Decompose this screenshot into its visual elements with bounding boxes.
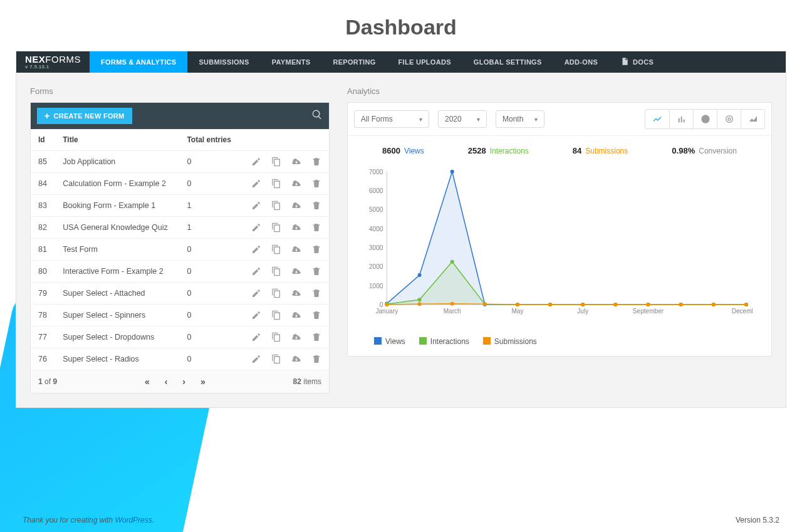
- chart-type-donut[interactable]: [717, 110, 741, 128]
- cell-id: 76: [31, 348, 55, 370]
- delete-icon[interactable]: [311, 266, 321, 276]
- delete-icon[interactable]: [311, 244, 321, 254]
- duplicate-icon[interactable]: [271, 222, 281, 232]
- filter-year-select[interactable]: 2020▾: [438, 110, 487, 128]
- table-row[interactable]: 81Test Form0: [31, 239, 329, 261]
- edit-icon[interactable]: [251, 354, 261, 364]
- duplicate-icon[interactable]: [271, 288, 281, 298]
- delete-icon[interactable]: [311, 179, 321, 189]
- duplicate-icon[interactable]: [271, 201, 281, 211]
- download-icon[interactable]: [291, 222, 301, 232]
- duplicate-icon[interactable]: [271, 332, 281, 342]
- download-icon[interactable]: [291, 157, 301, 167]
- svg-point-37: [450, 260, 454, 264]
- delete-icon[interactable]: [311, 354, 321, 364]
- download-icon[interactable]: [291, 288, 301, 298]
- svg-point-4: [728, 118, 731, 120]
- footer-version: Version 5.3.2: [736, 516, 779, 524]
- svg-text:1000: 1000: [369, 283, 383, 289]
- pager-next-icon[interactable]: ›: [182, 377, 185, 387]
- nav-addons[interactable]: ADD-ONS: [553, 51, 609, 73]
- svg-point-55: [646, 303, 650, 306]
- cell-id: 81: [31, 239, 55, 261]
- stat-interactions-value: 2528: [468, 146, 486, 155]
- delete-icon[interactable]: [311, 288, 321, 298]
- duplicate-icon[interactable]: [271, 266, 281, 276]
- chart-legend: Views Interactions Submissions: [348, 332, 771, 356]
- cell-title: Super Select - Spinners: [55, 305, 179, 326]
- nav-submissions[interactable]: SUBMISSIONS: [187, 51, 260, 73]
- download-icon[interactable]: [291, 244, 301, 254]
- svg-point-47: [385, 303, 388, 306]
- edit-icon[interactable]: [251, 288, 261, 298]
- download-icon[interactable]: [291, 354, 301, 364]
- chart-type-line[interactable]: [645, 110, 669, 128]
- cell-entries: 0: [179, 151, 241, 173]
- nav-forms-analytics[interactable]: FORMS & ANALYTICS: [90, 51, 187, 73]
- delete-icon[interactable]: [311, 310, 321, 320]
- col-entries: Total entries: [179, 129, 241, 151]
- table-row[interactable]: 79Super Select - Attached0: [31, 283, 329, 305]
- delete-icon[interactable]: [311, 332, 321, 342]
- pager-last-icon[interactable]: »: [200, 377, 206, 387]
- edit-icon[interactable]: [251, 201, 261, 211]
- pager-first-icon[interactable]: «: [145, 377, 150, 387]
- stat-views-value: 8600: [382, 146, 400, 155]
- download-icon[interactable]: [291, 332, 301, 342]
- svg-text:January: January: [375, 308, 398, 315]
- nav-reporting[interactable]: REPORTING: [321, 51, 387, 73]
- duplicate-icon[interactable]: [271, 310, 281, 320]
- edit-icon[interactable]: [251, 332, 261, 342]
- edit-icon[interactable]: [251, 157, 261, 167]
- plus-icon: +: [44, 112, 49, 120]
- edit-icon[interactable]: [251, 222, 261, 232]
- cell-id: 77: [31, 326, 55, 348]
- chart-type-bar[interactable]: [669, 110, 693, 128]
- delete-icon[interactable]: [311, 201, 321, 211]
- nav-payments[interactable]: PAYMENTS: [261, 51, 322, 73]
- svg-point-51: [516, 303, 519, 306]
- nav-file-uploads[interactable]: FILE UPLOADS: [387, 51, 462, 73]
- svg-point-58: [744, 303, 748, 306]
- duplicate-icon[interactable]: [271, 354, 281, 364]
- table-row[interactable]: 84Calculation Form - Example 20: [31, 173, 329, 195]
- table-row[interactable]: 80Interactive Form - Example 20: [31, 261, 329, 283]
- filter-period-select[interactable]: Month▾: [496, 110, 544, 128]
- cell-title: Super Select - Radios: [55, 348, 179, 370]
- edit-icon[interactable]: [251, 179, 261, 189]
- table-row[interactable]: 78Super Select - Spinners0: [31, 305, 329, 326]
- search-icon[interactable]: [311, 109, 323, 123]
- wordpress-link[interactable]: WordPress: [115, 516, 152, 524]
- download-icon[interactable]: [291, 201, 301, 211]
- download-icon[interactable]: [291, 310, 301, 320]
- create-form-button[interactable]: + CREATE NEW FORM: [37, 108, 132, 124]
- delete-icon[interactable]: [311, 222, 321, 232]
- table-row[interactable]: 76Super Select - Radios0: [31, 348, 329, 370]
- edit-icon[interactable]: [251, 244, 261, 254]
- col-id: Id: [31, 129, 55, 151]
- table-row[interactable]: 83Booking Form - Example 11: [31, 195, 329, 217]
- table-row[interactable]: 85Job Application0: [31, 151, 329, 173]
- nav-docs[interactable]: DOCS: [609, 51, 665, 73]
- chevron-down-icon: ▾: [534, 116, 538, 123]
- duplicate-icon[interactable]: [271, 157, 281, 167]
- pager-prev-icon[interactable]: ‹: [165, 377, 168, 387]
- delete-icon[interactable]: [311, 157, 321, 167]
- cell-entries: 0: [179, 326, 241, 348]
- forms-table: Id Title Total entries 85Job Application…: [31, 129, 329, 370]
- chart-type-pie[interactable]: [693, 110, 717, 128]
- edit-icon[interactable]: [251, 310, 261, 320]
- table-row[interactable]: 82USA General Knowledge Quiz1: [31, 217, 329, 239]
- table-row[interactable]: 77Super Select - Dropdowns0: [31, 326, 329, 348]
- download-icon[interactable]: [291, 179, 301, 189]
- svg-point-53: [581, 303, 585, 306]
- duplicate-icon[interactable]: [271, 179, 281, 189]
- svg-point-24: [450, 170, 454, 174]
- svg-text:2000: 2000: [369, 263, 383, 270]
- edit-icon[interactable]: [251, 266, 261, 276]
- filter-forms-select[interactable]: All Forms▾: [354, 110, 429, 128]
- duplicate-icon[interactable]: [271, 244, 281, 254]
- download-icon[interactable]: [291, 266, 301, 276]
- nav-global-settings[interactable]: GLOBAL SETTINGS: [462, 51, 553, 73]
- chart-type-area[interactable]: [741, 110, 764, 128]
